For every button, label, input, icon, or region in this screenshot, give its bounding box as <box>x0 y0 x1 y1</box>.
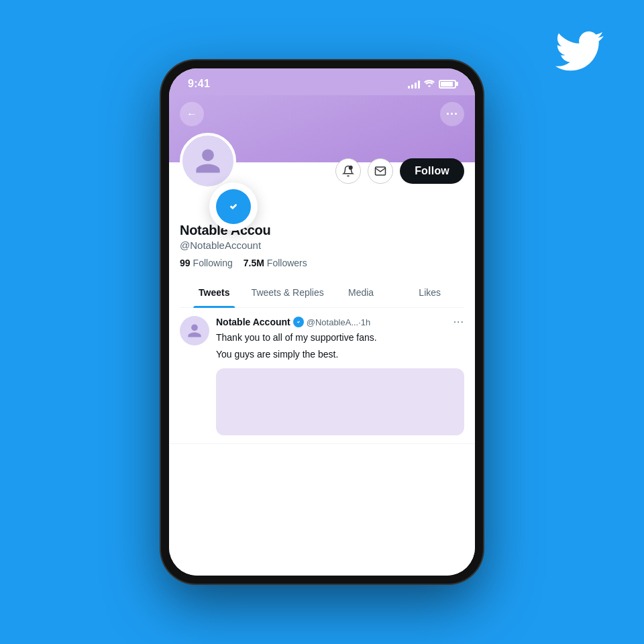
tweet-header: Notable Account @NotableA...·1h ··· <box>216 316 464 328</box>
tweet-text-line1: Thank you to all of my supportive fans. <box>216 331 464 345</box>
twitter-logo <box>555 27 604 75</box>
more-dots-icon: ··· <box>446 107 458 121</box>
tweets-area: Notable Account @NotableA...·1h ··· Than… <box>169 308 475 576</box>
tab-tweets[interactable]: Tweets <box>180 278 249 307</box>
back-arrow-icon: ← <box>186 108 197 120</box>
following-label: Following <box>193 258 233 268</box>
tweet-content: Notable Account @NotableA...·1h ··· Than… <box>216 316 464 435</box>
phone-frame: 9:41 <box>161 60 483 584</box>
tweet-text-line2: You guys are simply the best. <box>216 347 464 362</box>
tweet-more-icon[interactable]: ··· <box>453 316 464 328</box>
followers-stat: 7.5M Followers <box>244 258 307 268</box>
tweet-media-placeholder <box>216 368 464 435</box>
followers-label: Followers <box>267 258 307 268</box>
followers-count: 7.5M <box>244 258 264 268</box>
signal-bars-icon <box>408 79 420 89</box>
following-stat: 99 Following <box>180 258 233 268</box>
profile-section: + Follow <box>169 162 475 308</box>
profile-handle: @NotableAccount <box>180 239 464 251</box>
avatar-row: + Follow <box>180 133 464 189</box>
tab-likes[interactable]: Likes <box>395 278 464 307</box>
more-button[interactable]: ··· <box>440 102 464 126</box>
phone-screen: 9:41 <box>169 68 475 576</box>
tab-media[interactable]: Media <box>327 278 396 307</box>
follow-button[interactable]: Follow <box>400 158 464 184</box>
bell-button[interactable]: + <box>335 158 361 184</box>
avatar <box>180 133 236 189</box>
profile-actions: + Follow <box>335 158 464 189</box>
status-bar: 9:41 <box>169 68 475 95</box>
tabs-row: Tweets Tweets & Replies Media Likes <box>180 278 464 308</box>
status-time: 9:41 <box>188 78 210 90</box>
message-button[interactable] <box>368 158 393 184</box>
back-button[interactable]: ← <box>180 102 204 126</box>
tweet-author-handle: @NotableA...·1h <box>307 317 371 327</box>
status-icons <box>408 78 456 90</box>
battery-icon <box>439 80 456 89</box>
tweet-author-name: Notable Account <box>216 317 290 327</box>
wifi-icon <box>424 78 435 90</box>
profile-stats: 99 Following 7.5M Followers <box>180 258 464 268</box>
following-count: 99 <box>180 258 191 268</box>
verified-check-icon <box>216 189 251 224</box>
verified-badge-popup <box>209 182 258 231</box>
tab-tweets-replies[interactable]: Tweets & Replies <box>249 278 327 307</box>
table-row: Notable Account @NotableA...·1h ··· Than… <box>169 308 475 444</box>
tweet-avatar <box>180 316 209 345</box>
tweet-verified-icon <box>293 317 304 327</box>
phone-shell: 9:41 <box>161 60 483 584</box>
battery-fill <box>441 82 453 87</box>
